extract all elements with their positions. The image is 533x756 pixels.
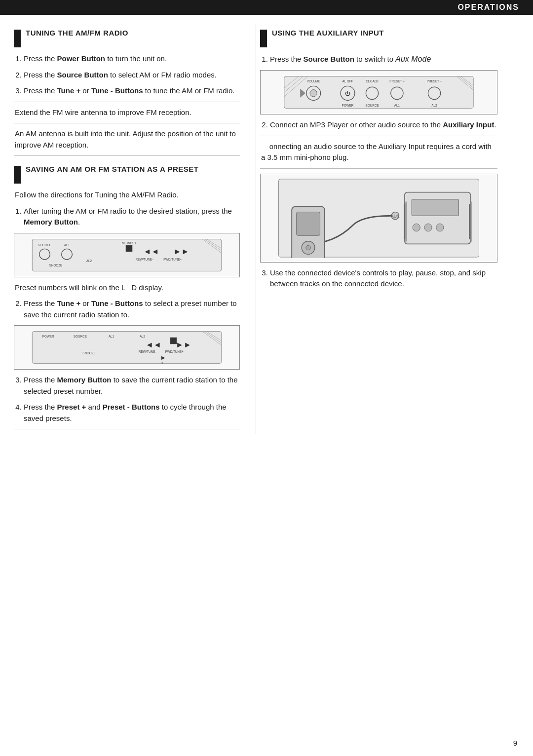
- header-bar: OPERATIONS: [0, 0, 533, 15]
- bold-source-button-1: Source Button: [57, 71, 108, 79]
- section-saving-heading: SAVING AN AM OR FM STATION AS A PRESET: [14, 165, 240, 184]
- svg-text:AL1: AL1: [394, 104, 400, 107]
- svg-rect-16: [32, 332, 221, 364]
- svg-text:AL2: AL2: [140, 335, 146, 338]
- svg-text:SOURCE: SOURCE: [38, 243, 51, 247]
- diagram-memory-button: SOURCE AL1 AL2 SNOOZE MEM/DST REW/TUNE– …: [14, 233, 240, 277]
- diagram-svg-device: AUX Ω: [264, 178, 494, 258]
- svg-text:PRESET –: PRESET –: [389, 79, 405, 83]
- bold-preset-plus: Preset +: [57, 403, 86, 411]
- list-item: Press the Power Button to turn the unit …: [24, 53, 240, 65]
- svg-text:PRESET +: PRESET +: [427, 79, 442, 83]
- list-item: After tuning the AM or FM radio to the d…: [24, 206, 240, 228]
- bold-auxiliary-input: Auxiliary Input: [443, 120, 494, 129]
- svg-point-38: [310, 90, 317, 97]
- svg-text:►►: ►►: [176, 340, 191, 349]
- svg-text:◄◄: ◄◄: [143, 247, 159, 256]
- divider-aux-1: [260, 136, 497, 136]
- svg-text:AL1: AL1: [64, 243, 70, 247]
- aux-list: Press the Source Button to switch to Aux…: [260, 53, 497, 65]
- svg-text:◄◄: ◄◄: [146, 340, 161, 349]
- divider-3: [14, 155, 240, 156]
- section-tuning-heading: TUNING THE AM/FM RADIO: [14, 29, 240, 47]
- bold-tune-minus-2: Tune - Buttons: [91, 299, 143, 307]
- svg-point-70: [306, 245, 311, 250]
- bold-tune-plus-1: Tune +: [57, 86, 81, 95]
- svg-text:AL OFF: AL OFF: [343, 79, 353, 83]
- svg-text:CLK ADJ: CLK ADJ: [366, 79, 379, 83]
- aux-list-2: Connect an MP3 Player or other audio sou…: [260, 119, 497, 131]
- list-item: Press the Tune + or Tune - Buttons to se…: [24, 298, 240, 320]
- svg-text:II: II: [161, 361, 163, 364]
- page-number: 9: [513, 739, 517, 747]
- bold-tune-minus-1: Tune - Buttons: [91, 86, 143, 95]
- header-title: OPERATIONS: [457, 3, 519, 11]
- svg-text:MEM/DST: MEM/DST: [122, 241, 136, 244]
- section-title-aux: USING THE AUXILIARY INPUT: [272, 29, 384, 37]
- diagram-device-connection: AUX Ω: [260, 174, 497, 263]
- svg-rect-8: [126, 245, 132, 252]
- bold-source-button-2: Source Button: [304, 55, 354, 63]
- divider-aux-2: [260, 168, 497, 169]
- blink-note: Preset numbers will blink on the L D dis…: [14, 282, 240, 294]
- bold-preset-minus: Preset - Buttons: [103, 403, 160, 411]
- divider-2: [14, 123, 240, 123]
- saving-list-3: Press the Memory Button to save the curr…: [14, 375, 240, 424]
- svg-point-60: [424, 224, 432, 231]
- page: OPERATIONS TUNING THE AM/FM RADIO Press …: [0, 0, 533, 756]
- section-title-tuning: TUNING THE AM/FM RADIO: [26, 29, 128, 37]
- svg-text:POWER: POWER: [42, 335, 54, 338]
- list-item: Press the Source Button to select AM or …: [24, 70, 240, 81]
- list-item: Press the Memory Button to save the curr…: [24, 375, 240, 397]
- section-bar-aux: [260, 30, 267, 47]
- svg-text:REW/TUNE–: REW/TUNE–: [139, 350, 157, 353]
- section-aux-heading: USING THE AUXILIARY INPUT: [260, 29, 497, 47]
- svg-text:AUX: AUX: [391, 214, 400, 219]
- svg-text:VOLUME: VOLUME: [307, 79, 320, 83]
- tuning-list: Press the Power Button to turn the unit …: [14, 53, 240, 97]
- svg-text:►►: ►►: [174, 247, 190, 256]
- list-item: Use the connected device's controls to p…: [270, 267, 497, 290]
- saving-list-2: Press the Tune + or Tune - Buttons to se…: [14, 298, 240, 320]
- bold-memory-button-2: Memory Button: [57, 376, 112, 384]
- svg-text:SNOOZE: SNOOZE: [49, 263, 63, 266]
- section-title-saving: SAVING AN AM OR FM STATION AS A PRESET: [26, 165, 198, 173]
- svg-text:SNOOZE: SNOOZE: [82, 351, 96, 355]
- svg-rect-58: [412, 199, 458, 215]
- bold-memory-button-1: Memory Button: [24, 218, 78, 226]
- main-content: TUNING THE AM/FM RADIO Press the Power B…: [0, 15, 533, 443]
- left-column: TUNING THE AM/FM RADIO Press the Power B…: [14, 24, 256, 434]
- svg-rect-68: [297, 212, 320, 235]
- diagram-aux-panel: VOLUME ⏻ POWER AL OFF SOURCE CLK ADJ AL1: [260, 70, 497, 114]
- list-item: Press the Preset + and Preset - Buttons …: [24, 402, 240, 424]
- diagram-svg-aux: VOLUME ⏻ POWER AL OFF SOURCE CLK ADJ AL1: [264, 75, 494, 110]
- svg-point-59: [413, 224, 420, 231]
- divider-1: [14, 102, 240, 102]
- note-am-antenna: An AM antenna is built into the unit. Ad…: [14, 128, 240, 151]
- svg-point-61: [436, 224, 444, 231]
- note-fm-antenna: Extend the FM wire antenna to improve FM…: [14, 107, 240, 118]
- svg-text:FWD/TUNE+: FWD/TUNE+: [163, 257, 182, 261]
- svg-text:SOURCE: SOURCE: [74, 335, 87, 338]
- section-bar-saving: [14, 166, 21, 184]
- right-column: USING THE AUXILIARY INPUT Press the Sour…: [256, 24, 497, 434]
- note-aux-cord: onnecting an audio source to the Auxilia…: [260, 141, 497, 163]
- aux-mode-label: Aux Mode: [395, 55, 431, 63]
- diagram-svg-1: SOURCE AL1 AL2 SNOOZE MEM/DST REW/TUNE– …: [17, 237, 236, 273]
- svg-text:►: ►: [160, 354, 166, 361]
- diagram-svg-2: POWER SOURCE AL1 AL2 SNOOZE REW/TUNE– ◄◄…: [17, 330, 236, 365]
- svg-text:REW/TUNE–: REW/TUNE–: [135, 257, 154, 261]
- svg-text:⏻: ⏻: [345, 90, 350, 96]
- list-item: Press the Tune + or Tune - Buttons to tu…: [24, 85, 240, 97]
- svg-text:POWER: POWER: [342, 104, 354, 107]
- section-bar-tuning: [14, 30, 21, 47]
- diagram-tune-buttons: POWER SOURCE AL1 AL2 SNOOZE REW/TUNE– ◄◄…: [14, 325, 240, 370]
- divider-bottom-left: [14, 429, 240, 429]
- svg-text:AL2: AL2: [86, 259, 92, 262]
- bold-power-button: Power Button: [57, 54, 106, 63]
- svg-text:AL2: AL2: [431, 104, 437, 107]
- bold-tune-plus-2: Tune +: [57, 299, 81, 307]
- svg-text:AL1: AL1: [109, 335, 114, 338]
- svg-text:FWD/TUNE+: FWD/TUNE+: [165, 350, 184, 353]
- list-item: Press the Source Button to switch to Aux…: [270, 53, 497, 65]
